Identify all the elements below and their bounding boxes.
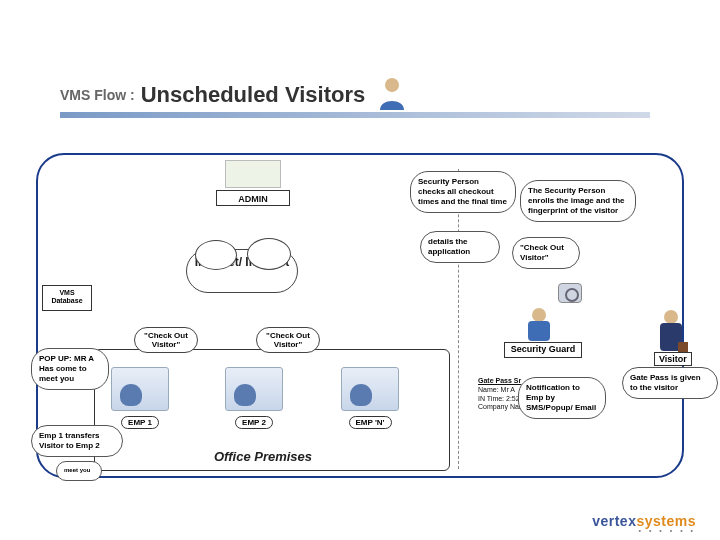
security-check-bubble: Security Person checks all checkout time… <box>410 171 516 213</box>
meet-you-bubble: meet you <box>56 461 102 481</box>
admin-label: ADMIN <box>216 190 290 206</box>
transfer-bubble: Emp 1 transfers Visitor to Emp 2 <box>31 425 123 457</box>
security-guard-icon <box>514 305 564 345</box>
network-label: Internet/ Intranet <box>195 255 290 269</box>
workstation-icon <box>225 367 283 411</box>
svg-rect-5 <box>678 342 688 352</box>
popup-bubble: POP UP: MR A Has come to meet you <box>31 348 109 390</box>
admin-illustration <box>225 160 281 188</box>
title-prefix: VMS Flow : <box>60 87 135 103</box>
vms-database-label: VMS Database <box>42 285 92 311</box>
person-icon <box>377 76 407 114</box>
title-divider <box>60 112 650 118</box>
workstation-icon <box>111 367 169 411</box>
svg-point-0 <box>385 78 399 92</box>
network-cloud: Internet/ Intranet <box>186 249 298 293</box>
employee-1: EMP 1 <box>110 367 170 429</box>
visitor-icon <box>650 308 692 358</box>
notification-bubble: Notification to Emp by SMS/Popup/ Email <box>518 377 606 419</box>
employee-n: EMP 'N' <box>340 367 400 429</box>
svg-rect-2 <box>528 321 550 341</box>
slide-title: VMS Flow : Unscheduled Visitors <box>60 76 407 114</box>
employee-2-label: EMP 2 <box>235 416 273 429</box>
footer-logo: vertexsystems • • • • • • <box>592 513 696 534</box>
enroll-bubble: The Security Person enrolls the image an… <box>520 180 636 222</box>
employee-2: EMP 2 <box>224 367 284 429</box>
checkout-visitor-bubble-right: "Check Out Visitor" <box>512 237 580 269</box>
visitor-label: Visitor <box>654 352 692 366</box>
details-bubble: details the application <box>420 231 500 263</box>
camera-icon <box>558 283 582 303</box>
office-premises-label: Office Premises <box>214 449 312 464</box>
workstation-icon <box>341 367 399 411</box>
security-guard-label: Security Guard <box>504 342 582 358</box>
employee-1-label: EMP 1 <box>121 416 159 429</box>
svg-point-1 <box>532 308 546 322</box>
gate-pass-given-bubble: Gate Pass is given to the visitor <box>622 367 718 399</box>
diagram-stage: ADMIN Internet/ Intranet VMS Database Of… <box>36 153 684 478</box>
title-main: Unscheduled Visitors <box>141 82 366 108</box>
checkout-visitor-bubble-2: "Check Out Visitor" <box>256 327 320 353</box>
svg-point-3 <box>664 310 678 324</box>
vertical-divider <box>458 169 459 469</box>
employee-n-label: EMP 'N' <box>349 416 392 429</box>
checkout-visitor-bubble-1: "Check Out Visitor" <box>134 327 198 353</box>
